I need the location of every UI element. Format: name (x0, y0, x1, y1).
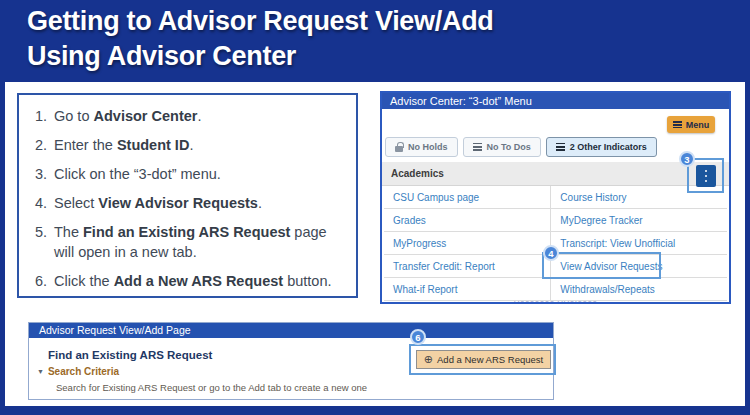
step-5: 5. The Find an Existing ARS Request page… (25, 222, 348, 262)
step-number: 1. (25, 106, 47, 126)
other-indicators-label: 2 Other Indicators (570, 142, 647, 152)
step-number: 2. (25, 135, 47, 155)
menu-link-mydegree-tracker[interactable]: MyDegree Tracker (550, 209, 727, 231)
other-indicators-pill[interactable]: 2 Other Indicators (546, 137, 657, 157)
table-row: What-if Report Withdrawals/Repeats (384, 278, 727, 301)
step-text: Click the Add a New ARS Request button. (54, 271, 331, 291)
callout-number-6: 6 (410, 329, 426, 345)
no-todos-pill[interactable]: No To Dos (463, 137, 541, 157)
clipped-id-text: U0000000 UU0I0000 (382, 299, 729, 304)
table-row: Grades MyDegree Tracker (384, 209, 727, 232)
step-2: 2. Enter the Student ID. (25, 135, 348, 155)
advisor-center-panel: Advisor Center: “3-dot” Menu Menu No Hol… (380, 91, 731, 304)
step-number: 6. (25, 271, 47, 291)
step-text: Enter the Student ID. (54, 135, 193, 155)
search-criteria-label: Search Criteria (48, 366, 119, 377)
step-4: 4. Select View Advisor Requests. (25, 193, 348, 213)
callout-number-4: 4 (543, 245, 559, 261)
page-title: Getting to Advisor Request View/Add Usin… (27, 4, 494, 74)
three-dot-menu-button[interactable] (696, 165, 716, 187)
menu-link-grades[interactable]: Grades (384, 209, 550, 231)
menu-button[interactable]: Menu (667, 116, 715, 133)
add-new-ars-request-label: Add a New ARS Request (437, 354, 543, 365)
academics-section-header: Academics (382, 162, 729, 186)
academics-menu-table: CSU Campus page Course History Grades My… (384, 186, 727, 301)
page-title-line2: Using Advisor Center (27, 39, 494, 74)
step-number: 4. (25, 193, 47, 213)
search-hint-text: Search for Existing ARS Request or go to… (56, 382, 367, 393)
step-number: 5. (25, 222, 47, 262)
slide: Getting to Advisor Request View/Add Usin… (0, 0, 750, 415)
instruction-box: 1. Go to Advisor Center. 2. Enter the St… (17, 93, 358, 298)
menu-link-view-advisor-requests[interactable]: View Advisor Requests (550, 255, 727, 277)
table-row: CSU Campus page Course History (384, 186, 727, 209)
no-todos-label: No To Dos (487, 142, 531, 152)
step-text: Go to Advisor Center. (54, 106, 201, 126)
step-text: The Find an Existing ARS Request page wi… (54, 222, 348, 262)
lock-icon (395, 146, 403, 152)
menu-link-transfer-credit-report[interactable]: Transfer Credit: Report (384, 255, 550, 277)
no-holds-pill[interactable]: No Holds (385, 137, 458, 157)
advisor-request-panel: Advisor Request View/Add Page Find an Ex… (28, 322, 554, 400)
list-icon (473, 143, 482, 151)
menu-link-withdrawals-repeats[interactable]: Withdrawals/Repeats (550, 278, 727, 300)
advisor-center-panel-title: Advisor Center: “3-dot” Menu (382, 93, 729, 109)
list-icon (556, 143, 565, 151)
step-1: 1. Go to Advisor Center. (25, 106, 348, 126)
collapse-triangle-icon: ▼ (37, 368, 44, 375)
menu-link-what-if-report[interactable]: What-if Report (384, 278, 550, 300)
menu-link-course-history[interactable]: Course History (550, 186, 727, 208)
find-existing-ars-heading: Find an Existing ARS Request (48, 349, 212, 361)
page-title-line1: Getting to Advisor Request View/Add (27, 4, 494, 39)
step-3: 3. Click on the “3-dot” menu. (25, 164, 348, 184)
no-holds-label: No Holds (408, 142, 448, 152)
step-6: 6. Click the Add a New ARS Request butto… (25, 271, 348, 291)
step-text: Click on the “3-dot” menu. (54, 164, 221, 184)
step-text: Select View Advisor Requests. (54, 193, 262, 213)
menu-link-transcript-view-unofficial[interactable]: Transcript: View Unofficial (550, 232, 727, 254)
callout-number-3: 3 (679, 151, 695, 167)
advisor-request-panel-title: Advisor Request View/Add Page (29, 323, 553, 338)
menu-link-myprogress[interactable]: MyProgress (384, 232, 550, 254)
circle-plus-icon: ⊕ (424, 354, 433, 365)
vertical-dots-icon (705, 170, 708, 173)
step-number: 3. (25, 164, 47, 184)
menu-link-csu-campus-page[interactable]: CSU Campus page (384, 186, 550, 208)
hamburger-icon (673, 121, 682, 128)
search-criteria-toggle[interactable]: ▼ Search Criteria (37, 366, 119, 377)
menu-button-label: Menu (686, 120, 710, 130)
indicator-pills: No Holds No To Dos 2 Other Indicators (385, 137, 657, 157)
add-new-ars-request-button[interactable]: ⊕ Add a New ARS Request (416, 350, 551, 369)
